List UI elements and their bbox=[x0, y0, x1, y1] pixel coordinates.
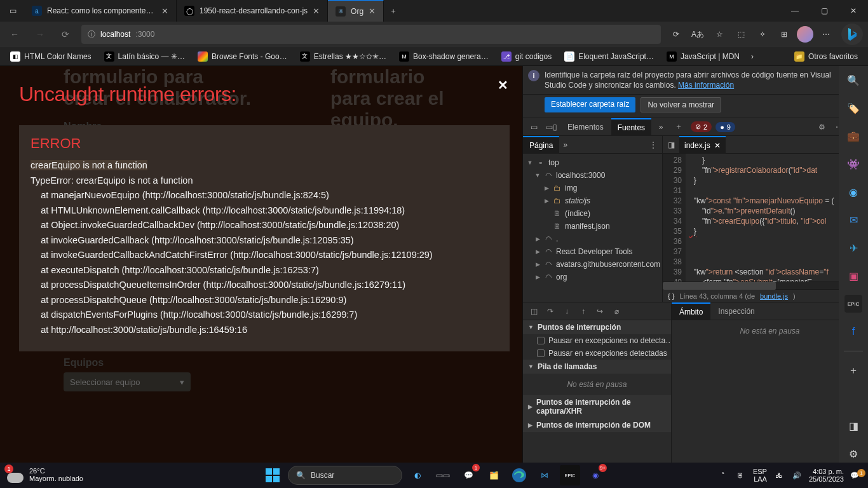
profile-avatar[interactable] bbox=[797, 26, 813, 43]
weather-widget[interactable]: 26°CMayorm. nublado bbox=[6, 466, 83, 484]
favorite-icon[interactable]: ☆ bbox=[710, 25, 728, 43]
discord-icon[interactable]: ◉9+ bbox=[585, 465, 606, 485]
bookmark-item[interactable]: 📄Eloquent JavaScript… bbox=[559, 48, 659, 65]
tab-watch[interactable]: Inspección bbox=[710, 302, 762, 320]
notifications-icon[interactable]: 💬 bbox=[850, 471, 862, 480]
extensions-icon[interactable]: ⬚ bbox=[732, 25, 750, 43]
tab-org[interactable]: ⚛ Org ✕ bbox=[328, 0, 384, 22]
bookmarks-overflow-icon[interactable]: › bbox=[747, 52, 757, 61]
gear-icon[interactable]: ⚙ bbox=[813, 119, 830, 135]
tab-elements[interactable]: Elementos bbox=[561, 118, 610, 136]
read-aloud-icon[interactable]: Aあ bbox=[689, 25, 707, 43]
site-info-icon[interactable]: ⓘ bbox=[88, 29, 95, 40]
tree-host[interactable]: ▼◠localhost:3000 bbox=[523, 169, 662, 182]
close-icon[interactable]: ✕ bbox=[714, 141, 721, 150]
tree-file-index[interactable]: 🗎(índice) bbox=[523, 207, 662, 220]
step-icon[interactable]: ↪ bbox=[593, 307, 607, 316]
close-icon[interactable]: ✕ bbox=[161, 6, 168, 16]
close-icon[interactable]: ✕ bbox=[313, 6, 320, 16]
epic-games-icon[interactable]: EPIC bbox=[844, 295, 862, 313]
deactivate-bp-icon[interactable]: ⌀ bbox=[609, 307, 623, 316]
more-info-link[interactable]: Más información bbox=[678, 81, 734, 90]
menu-icon[interactable]: ⋯ bbox=[817, 25, 835, 43]
chat-icon[interactable]: 💬1 bbox=[458, 465, 478, 485]
step-out-icon[interactable]: ↑ bbox=[576, 307, 590, 316]
bookmark-item[interactable]: MBox-shadow genera… bbox=[394, 48, 494, 65]
sync-icon[interactable]: ⟳ bbox=[667, 25, 685, 43]
facebook-icon[interactable]: f bbox=[844, 323, 862, 341]
tree-org[interactable]: ▶◠org bbox=[523, 271, 662, 283]
info-badge[interactable]: ●9 bbox=[715, 122, 735, 132]
new-icon[interactable]: ＋ bbox=[670, 119, 687, 135]
games-icon[interactable]: 👾 bbox=[844, 155, 862, 173]
tools-icon[interactable]: 💼 bbox=[844, 127, 862, 145]
nav-tab-more-icon[interactable]: » bbox=[559, 140, 571, 149]
set-root-button[interactable]: Establecer carpeta raíz bbox=[545, 97, 635, 112]
tree-file-manifest[interactable]: 🗎manifest.json bbox=[523, 220, 662, 233]
network-icon[interactable]: 🖧 bbox=[773, 471, 785, 479]
search-icon[interactable]: 🔍 bbox=[844, 71, 862, 89]
bookmark-item[interactable]: Browse Fonts - Goo… bbox=[193, 48, 292, 65]
outlook-icon[interactable]: ✉ bbox=[844, 211, 862, 229]
tree-rdt[interactable]: ▶◠React Developer Tools bbox=[523, 245, 662, 258]
tree-dot[interactable]: ▶◠. bbox=[523, 233, 662, 245]
add-app-icon[interactable]: ＋ bbox=[844, 362, 862, 379]
telegram-icon[interactable]: ✈ bbox=[844, 239, 862, 257]
clock[interactable]: 4:03 p. m.25/05/2023 bbox=[809, 468, 844, 483]
collections-icon[interactable]: ⊞ bbox=[775, 25, 793, 43]
sidebar-collapse-icon[interactable]: ◨ bbox=[844, 417, 862, 435]
bookmark-item[interactable]: ⎇git codigos bbox=[496, 48, 557, 65]
bookmark-item[interactable]: ◧HTML Color Names bbox=[5, 48, 97, 65]
favorites-list-icon[interactable]: ✧ bbox=[754, 25, 771, 43]
volume-icon[interactable]: 🔊 bbox=[791, 471, 803, 480]
section-breakpoints[interactable]: ▼Puntos de interrupción bbox=[523, 320, 671, 334]
bing-sidebar-button[interactable] bbox=[841, 24, 863, 45]
tray-security-icon[interactable]: ⛨ bbox=[735, 471, 747, 479]
step-into-icon[interactable]: ↓ bbox=[560, 307, 574, 316]
bundle-link[interactable]: bundle.js bbox=[760, 292, 788, 300]
section-dom-bp[interactable]: ▶Puntos de interrupción de DOM bbox=[523, 418, 671, 432]
tree-avatars[interactable]: ▶◠avatars.githubusercontent.com bbox=[523, 258, 662, 271]
step-over-icon[interactable]: ↷ bbox=[543, 307, 557, 316]
start-button[interactable] bbox=[262, 465, 283, 485]
inspect-icon[interactable]: ▭ bbox=[526, 119, 542, 135]
nav-menu-icon[interactable]: ⋮ bbox=[644, 140, 662, 149]
microsoft-365-icon[interactable]: ◉ bbox=[844, 183, 862, 201]
tab-scope[interactable]: Ámbito bbox=[672, 302, 710, 320]
bookmark-item[interactable]: 文Estrellas ★★☆✩✭… bbox=[295, 48, 391, 65]
checkbox-pause-uncaught[interactable]: Pausar en excepciones no detecta… bbox=[523, 334, 671, 347]
tab-sources[interactable]: Fuentes bbox=[611, 118, 651, 136]
more-tabs-icon[interactable]: » bbox=[653, 119, 669, 135]
editor-sidebar-icon[interactable]: ◨ bbox=[663, 137, 679, 153]
taskbar-search[interactable]: 🔍Buscar bbox=[288, 466, 402, 485]
tree-top[interactable]: ▼▫top bbox=[523, 156, 662, 169]
bookmark-item[interactable]: 文Latín básico — ✳… bbox=[99, 48, 190, 65]
tree-folder-img[interactable]: ▶🗀img bbox=[523, 182, 662, 194]
code-area[interactable]: 28 29 30 31 32 33 34 35 36 37 38 39 40 4… bbox=[663, 154, 868, 281]
vscode-icon[interactable]: ⋈ bbox=[534, 465, 555, 485]
pause-icon[interactable]: ◫ bbox=[527, 307, 541, 316]
tab-react-alura[interactable]: a React: como los componentes fu ✕ bbox=[24, 0, 177, 22]
editor-hscroll[interactable] bbox=[663, 281, 868, 289]
tab-github[interactable]: ◯ 1950-react-desarrollando-con-js ✕ bbox=[177, 0, 328, 22]
bookmark-item[interactable]: MJavaScript | MDN bbox=[661, 48, 745, 65]
minimize-button[interactable]: — bbox=[780, 0, 810, 22]
close-button[interactable]: ✕ bbox=[839, 0, 868, 22]
maximize-button[interactable]: ▢ bbox=[810, 0, 839, 22]
error-badge[interactable]: ⊘2 bbox=[691, 121, 712, 132]
other-favorites[interactable]: 📁Otros favoritos bbox=[789, 48, 863, 65]
sidebar-settings-icon[interactable]: ⚙ bbox=[844, 445, 862, 463]
address-bar[interactable]: ⓘ localhost:3000 bbox=[81, 25, 661, 44]
refresh-button[interactable]: ⟳ bbox=[56, 25, 75, 44]
section-xhr-bp[interactable]: ▶Puntos de interrupción de captura/XHR bbox=[523, 395, 671, 418]
copilot-icon[interactable]: ◐ bbox=[407, 465, 428, 485]
section-callstack[interactable]: ▼Pila de llamadas bbox=[523, 360, 671, 374]
language-indicator[interactable]: ESPLAA bbox=[753, 468, 767, 483]
epic-icon[interactable]: EPIC bbox=[560, 465, 580, 485]
dismiss-button[interactable]: No volver a mostrar bbox=[641, 97, 721, 112]
nav-tab-page[interactable]: Página bbox=[523, 136, 559, 154]
editor-tab-indexjs[interactable]: index.js✕ bbox=[679, 136, 726, 154]
device-icon[interactable]: ▭▯ bbox=[543, 119, 560, 135]
checkbox-pause-caught[interactable]: Pausar en excepciones detectadas bbox=[523, 347, 671, 360]
tree-folder-staticjs[interactable]: ▶🗀static/js bbox=[523, 194, 662, 207]
